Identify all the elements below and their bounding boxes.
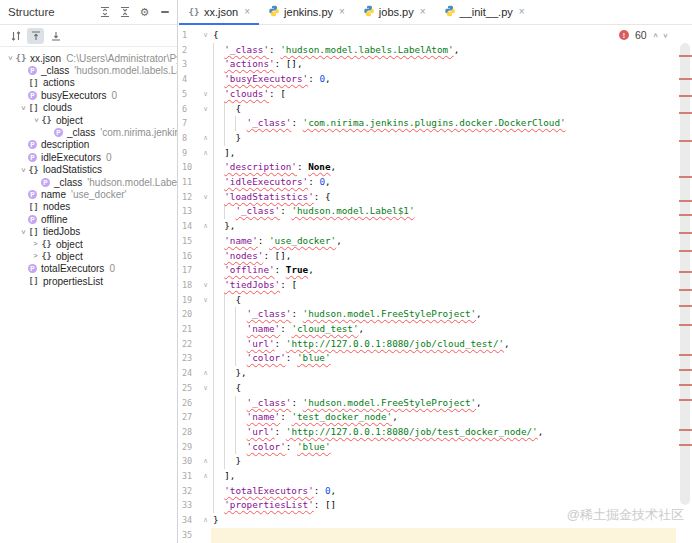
error-stripe-mark[interactable] — [679, 324, 692, 326]
error-stripe-mark[interactable] — [679, 271, 692, 273]
error-stripe-mark[interactable] — [679, 55, 692, 57]
code-line[interactable]: 17 'offline': True, — [179, 263, 676, 278]
code-line[interactable]: 8∧ } — [179, 131, 676, 146]
chevron-down-icon[interactable]: > — [18, 226, 28, 237]
error-stripe-mark[interactable] — [679, 140, 692, 142]
close-tab-icon[interactable]: × — [519, 6, 525, 17]
tree-item-tiedJobs[interactable]: >[]tiedJobs — [0, 225, 177, 237]
fold-close-icon[interactable]: ∧ — [200, 516, 211, 524]
code-line[interactable]: 30∧ } — [179, 454, 676, 469]
error-stripe-mark[interactable] — [679, 369, 692, 371]
error-stripe-mark[interactable] — [679, 399, 692, 401]
error-stripe-mark[interactable] — [679, 250, 692, 252]
error-stripe-mark[interactable] — [679, 112, 692, 114]
fold-close-icon[interactable]: ∧ — [200, 369, 211, 377]
tree-item-loadStatistics[interactable]: >{}loadStatistics — [0, 164, 177, 176]
fold-close-icon[interactable]: ∧ — [200, 457, 211, 465]
fold-open-icon[interactable]: ∨ — [200, 193, 211, 201]
tree-item-_class[interactable]: P_class'hudson.model.Label$1' — [0, 176, 177, 188]
collapse-all-icon[interactable] — [116, 4, 133, 20]
code-line[interactable]: 25∨ { — [179, 381, 676, 396]
code-line[interactable]: 1∨{ — [179, 28, 676, 43]
chevron-right-icon[interactable]: > — [30, 239, 41, 249]
error-stripe-mark[interactable] — [679, 384, 692, 386]
error-stripe-mark[interactable] — [679, 289, 692, 291]
fold-close-icon[interactable]: ∧ — [200, 222, 211, 230]
fold-open-icon[interactable]: ∨ — [200, 296, 211, 304]
tree-item-idleExecutors[interactable]: PidleExecutors0 — [0, 151, 177, 163]
code-line[interactable]: 14∧ }, — [179, 219, 676, 234]
code-line[interactable]: 12∨ 'loadStatistics': { — [179, 190, 676, 205]
chevron-down-icon[interactable]: > — [18, 102, 28, 113]
error-stripe-mark[interactable] — [679, 214, 692, 216]
tree-item-object[interactable]: >{}object — [0, 238, 177, 250]
tree-item-description[interactable]: Pdescription — [0, 139, 177, 151]
code-line[interactable]: 6∨ { — [179, 102, 676, 117]
error-stripe-mark[interactable] — [679, 200, 692, 202]
error-stripe-mark[interactable] — [679, 95, 692, 97]
tree-item-name[interactable]: Pname'use_docker' — [0, 188, 177, 200]
chevron-down-icon[interactable]: > — [5, 53, 15, 64]
close-tab-icon[interactable]: × — [339, 6, 345, 17]
fold-open-icon[interactable]: ∨ — [200, 31, 211, 39]
hide-panel-icon[interactable] — [156, 4, 173, 20]
code-line[interactable]: 24∧ }, — [179, 366, 676, 381]
code-line[interactable]: 33 'propertiesList': [] — [179, 498, 676, 513]
tree-item-xxjson[interactable]: >{}xx.jsonC:\Users\Administrator\Pycha — [0, 52, 177, 64]
code-line[interactable]: 13 '_class': 'hudson.model.Label$1' — [179, 204, 676, 219]
settings-gear-icon[interactable]: ⚙ — [136, 4, 153, 20]
tree-item-object[interactable]: >{}object — [0, 250, 177, 262]
code-line[interactable]: 16 'nodes': [], — [179, 249, 676, 264]
code-line[interactable]: 35 — [179, 528, 676, 543]
expand-all-icon[interactable] — [96, 4, 113, 20]
fold-open-icon[interactable]: ∨ — [200, 281, 211, 289]
tree-item-actions[interactable]: []actions — [0, 77, 177, 89]
chevron-right-icon[interactable]: > — [30, 251, 41, 261]
code-line[interactable]: 2 '_class': 'hudson.model.labels.LabelAt… — [179, 43, 676, 58]
error-stripe-mark[interactable] — [679, 78, 692, 80]
code-line[interactable]: 7 '_class': 'com.nirima.jenkins.plugins.… — [179, 116, 676, 131]
error-stripe-mark[interactable] — [679, 444, 692, 446]
code-line[interactable]: 22 'url': 'http://127.0.0.1:8080/job/clo… — [179, 337, 676, 352]
tree-item-propertiesList[interactable]: []propertiesList — [0, 275, 177, 287]
code-line[interactable]: 3 'actions': [], — [179, 57, 676, 72]
editor[interactable]: ! 60 > > @稀土掘金技术社区 1∨{2 '_class': 'hudso… — [179, 25, 692, 543]
code-line[interactable]: 27 'name': 'test_docker_node', — [179, 410, 676, 425]
code-line[interactable]: 21 'name': 'cloud_test', — [179, 322, 676, 337]
code-line[interactable]: 29 'color': 'blue' — [179, 440, 676, 455]
code-line[interactable]: 23 'color': 'blue' — [179, 351, 676, 366]
code-line[interactable]: 15 'name': 'use_docker', — [179, 234, 676, 249]
tab-jenkins-py[interactable]: jenkins.py× — [259, 0, 354, 25]
fold-open-icon[interactable]: ∨ — [200, 90, 211, 98]
code-line[interactable]: 4 'busyExecutors': 0, — [179, 72, 676, 87]
code-line[interactable]: 5∨ 'clouds': [ — [179, 87, 676, 102]
chevron-down-icon[interactable]: > — [18, 164, 28, 175]
code-line[interactable]: 32 'totalExecutors': 0, — [179, 484, 676, 499]
code-line[interactable]: 18∨ 'tiedJobs': [ — [179, 278, 676, 293]
tab-jobs-py[interactable]: jobs.py× — [354, 0, 435, 25]
tree-item-clouds[interactable]: >[]clouds — [0, 102, 177, 114]
code-line[interactable]: 9∧ ], — [179, 146, 676, 161]
code-line[interactable]: 19∨ { — [179, 293, 676, 308]
close-tab-icon[interactable]: × — [244, 6, 250, 17]
tree-item-nodes[interactable]: []nodes — [0, 201, 177, 213]
fold-close-icon[interactable]: ∧ — [200, 134, 211, 142]
code-line[interactable]: 11 'idleExecutors': 0, — [179, 175, 676, 190]
code-line[interactable]: 28 'url': 'http://127.0.0.1:8080/job/tes… — [179, 425, 676, 440]
sort-alphabetically-icon[interactable] — [7, 28, 24, 44]
tree-item-offline[interactable]: Poffline — [0, 213, 177, 225]
fold-open-icon[interactable]: ∨ — [200, 105, 211, 113]
tree-item-totalExecutors[interactable]: PtotalExecutors0 — [0, 263, 177, 275]
tab-xx-json[interactable]: {}xx.json× — [179, 0, 259, 25]
error-stripe-mark[interactable] — [679, 429, 692, 431]
tree-item-object[interactable]: >{}object — [0, 114, 177, 126]
tree-item-_class[interactable]: P_class'hudson.model.labels.Label — [0, 64, 177, 76]
code-line[interactable]: 34∧} — [179, 513, 676, 528]
tree-item-busyExecutors[interactable]: PbusyExecutors0 — [0, 89, 177, 101]
fold-close-icon[interactable]: ∧ — [200, 472, 211, 480]
error-stripe-mark[interactable] — [679, 354, 692, 356]
code-line[interactable]: 20 '_class': 'hudson.model.FreeStyleProj… — [179, 307, 676, 322]
error-stripe-mark[interactable] — [679, 305, 692, 307]
tree-item-_class[interactable]: P_class'com.nirima.jenkins.p — [0, 126, 177, 138]
fold-close-icon[interactable]: ∧ — [200, 149, 211, 157]
